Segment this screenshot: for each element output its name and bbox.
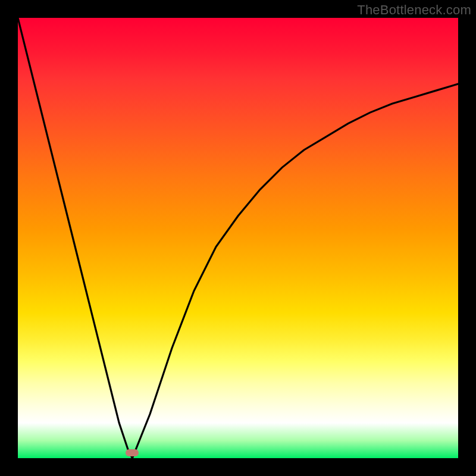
chart-stage: TheBottleneck.com	[0, 0, 476, 476]
curve-svg	[18, 18, 458, 458]
curve-left-branch	[18, 18, 132, 458]
plot-area	[18, 18, 458, 458]
minimum-marker	[126, 449, 139, 456]
watermark-text: TheBottleneck.com	[357, 2, 471, 18]
curve-right-branch	[132, 84, 458, 458]
